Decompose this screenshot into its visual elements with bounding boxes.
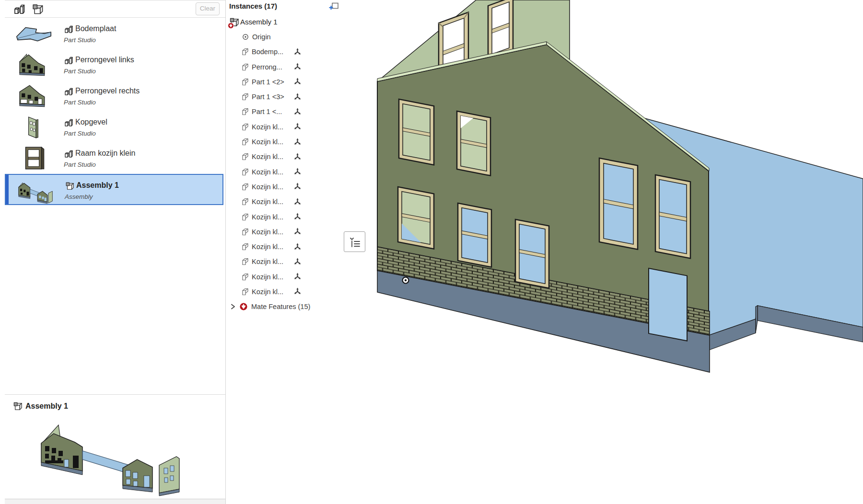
tree-row-instance[interactable]: Part 1 <3> (226, 89, 344, 104)
door[interactable] (649, 268, 687, 341)
part-icon (241, 287, 249, 296)
mate-connector-icon[interactable] (293, 212, 302, 221)
tree-toggle-button[interactable] (344, 231, 365, 252)
mate-connector-icon[interactable] (293, 182, 302, 191)
mate-connector-icon[interactable] (293, 197, 302, 206)
origin-marker[interactable] (403, 277, 409, 284)
panel-footer (5, 499, 225, 504)
tab-manager-toolbar: Clear (5, 0, 225, 18)
part-icon (241, 213, 249, 221)
onshape-app: Clear Bodemplaat Part Studio (0, 0, 863, 504)
window-upper-left-1[interactable] (399, 99, 434, 165)
tree-row-instance[interactable]: Kozijn kl... (226, 119, 344, 134)
window-lower-left-1[interactable] (398, 187, 434, 249)
tab-type: Part Studio (64, 36, 96, 44)
tab-row-bodemplaat[interactable]: Bodemplaat Part Studio (5, 18, 225, 49)
part-icon (241, 63, 249, 71)
part-icon (241, 168, 249, 176)
tab-title: Bodemplaat (75, 24, 116, 33)
mate-connector-icon[interactable] (293, 92, 302, 102)
tree-row-instance[interactable]: Kozijn kl... (226, 269, 344, 284)
mate-connector-icon[interactable] (293, 122, 302, 131)
tab-type: Part Studio (64, 161, 96, 168)
raam-kozijn-klein-thumbnail (13, 144, 54, 172)
tree-label: Kozijn kl... (252, 213, 293, 221)
filter-assemblies-icon[interactable] (31, 3, 44, 15)
tab-title: Perrongevel links (75, 56, 134, 64)
mate-connector-icon[interactable] (293, 257, 302, 266)
assembly-icon (65, 181, 74, 191)
mate-connector-icon[interactable] (293, 62, 302, 71)
part-icon (241, 137, 249, 146)
tree-row-mate-features[interactable]: Mate Features (15) (226, 299, 344, 314)
add-tab-icon[interactable] (329, 1, 339, 11)
tree-row-instance[interactable]: Bodemp... (226, 45, 344, 59)
mate-connector-icon[interactable] (293, 77, 302, 86)
tree-row-instance[interactable]: Part 1 <2> (226, 74, 344, 89)
mate-connector-icon[interactable] (293, 167, 302, 176)
mate-connector-icon[interactable] (293, 272, 302, 281)
tab-row-kopgevel[interactable]: Kopgevel Part Studio (5, 112, 225, 143)
window-right-1[interactable] (599, 158, 638, 250)
part-icon (241, 152, 249, 161)
part-icon (241, 107, 249, 116)
tree-row-instance[interactable]: Kozijn kl... (226, 254, 344, 269)
part-icon (241, 257, 249, 266)
tree-label: Kozijn kl... (252, 183, 293, 191)
tree-row-instance[interactable]: Kozijn kl... (226, 149, 344, 164)
clear-button[interactable]: Clear (196, 2, 220, 15)
mate-connector-icon[interactable] (293, 137, 302, 147)
tree-label: Kozijn kl... (252, 273, 293, 281)
assembly-cube-icon (229, 17, 239, 27)
mate-connector-icon[interactable] (293, 242, 302, 252)
tree-row-instance[interactable]: Perrong... (226, 59, 344, 74)
tree-row-instance[interactable]: Kozijn kl... (226, 224, 344, 239)
tree-label: Kozijn kl... (252, 228, 293, 236)
tree-row-instance[interactable]: Kozijn kl... (226, 209, 344, 224)
tree-row-instance[interactable]: Part 1 <... (226, 104, 344, 119)
tab-title: Raam kozijn klein (75, 149, 135, 158)
tab-row-perrongevel-links[interactable]: Perrongevel links Part Studio (5, 49, 225, 80)
tab-title: Kopgevel (75, 118, 107, 126)
window-lower-mid[interactable] (515, 219, 549, 288)
tab-title: Assembly 1 (76, 181, 119, 190)
tree-row-assembly-root[interactable]: Assembly 1 (226, 14, 344, 29)
tab-list: Bodemplaat Part Studio Perrongevel links (5, 18, 225, 205)
instances-panel: Instances (17) Assembly 1 Origin Bodemp.… (226, 0, 344, 504)
tab-row-perrongevel-rechts[interactable]: Perrongevel rechts Part Studio (5, 80, 225, 112)
tab-row-assembly-1[interactable]: Assembly 1 Assembly (5, 174, 223, 205)
selected-tab-preview: Assembly 1 (5, 394, 225, 499)
bodemplaat-thumbnail (13, 20, 54, 47)
tree-row-instance[interactable]: Kozijn kl... (226, 134, 344, 149)
part-studio-icon (64, 118, 73, 127)
tree-row-instance[interactable]: Kozijn kl... (226, 239, 344, 254)
window-right-2[interactable] (655, 175, 690, 258)
part-icon (241, 92, 249, 101)
mate-connector-icon[interactable] (293, 107, 302, 116)
update-badge-icon (228, 23, 234, 29)
tree-row-origin[interactable]: Origin (226, 29, 344, 44)
tree-label: Kozijn kl... (252, 168, 293, 176)
mate-connector-icon[interactable] (293, 152, 302, 161)
tree-label: Kozijn kl... (252, 243, 293, 251)
filter-part-studios-icon[interactable] (12, 3, 26, 15)
tab-type: Part Studio (64, 68, 96, 75)
3d-viewport[interactable] (344, 0, 863, 504)
window-lower-left-2[interactable] (458, 203, 491, 267)
mate-connector-icon[interactable] (293, 47, 302, 57)
kopgevel-thumbnail (13, 113, 54, 141)
tree-row-instance[interactable]: Kozijn kl... (226, 179, 344, 194)
window-upper-left-2[interactable] (457, 111, 490, 176)
chevron-right-icon[interactable] (230, 303, 236, 310)
part-studio-icon (64, 149, 73, 159)
mate-connector-icon[interactable] (293, 227, 302, 236)
tab-type: Part Studio (64, 99, 96, 106)
tree-row-instance[interactable]: Kozijn kl... (226, 284, 344, 299)
tree-row-instance[interactable]: Kozijn kl... (226, 195, 344, 209)
instances-tree: Assembly 1 Origin Bodemp... Perrong... P… (226, 14, 344, 314)
tab-row-raam-kozijn-klein[interactable]: Raam kozijn klein Part Studio (5, 143, 225, 174)
tree-row-instance[interactable]: Kozijn kl... (226, 164, 344, 179)
tree-label: Assembly 1 (240, 18, 278, 26)
tree-label: Kozijn kl... (252, 123, 293, 131)
mate-connector-icon[interactable] (293, 287, 302, 296)
